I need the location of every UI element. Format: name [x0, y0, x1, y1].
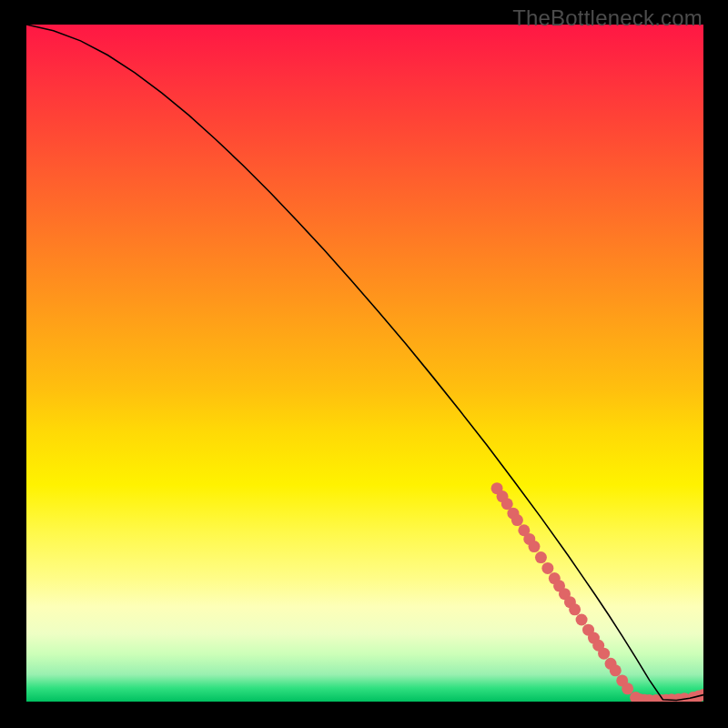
- data-point: [511, 514, 523, 526]
- data-point: [541, 562, 553, 574]
- data-point: [569, 603, 581, 615]
- scatter-dots: [491, 482, 703, 702]
- line-curve: [26, 25, 703, 701]
- data-point: [610, 664, 622, 676]
- data-point: [622, 682, 633, 694]
- data-point: [535, 551, 547, 563]
- chart-overlay: [26, 25, 703, 702]
- data-point: [529, 541, 541, 552]
- data-point: [598, 648, 610, 660]
- data-point: [576, 613, 588, 625]
